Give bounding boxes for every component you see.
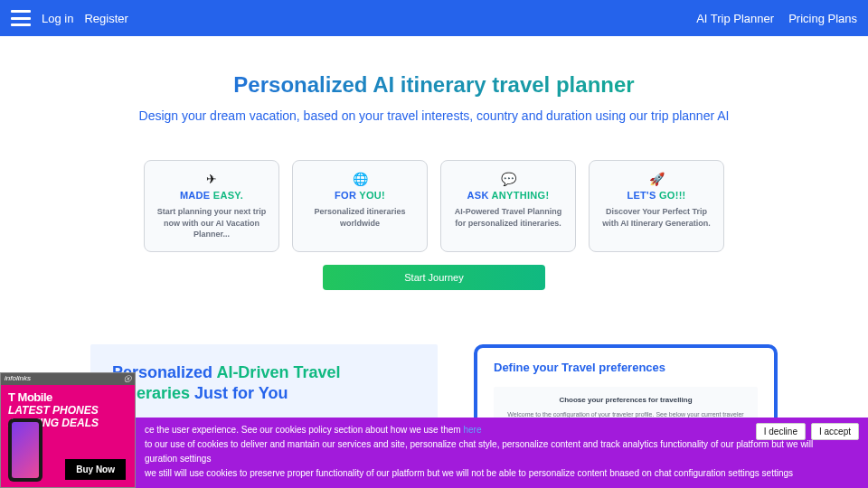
pref-heading: Choose your preferences for travelling: [503, 396, 749, 404]
ad-brand: T Mobile: [8, 390, 99, 404]
card-desc: Start planning your next trip now with o…: [154, 206, 269, 240]
cookie-here-link[interactable]: here: [463, 425, 481, 435]
lower-title: Personalized AI-Driven Travel Itinerarie…: [112, 362, 416, 405]
decline-button[interactable]: I decline: [756, 423, 806, 440]
card-for-you: 🌐 FOR YOU! Personalized itineraries worl…: [292, 160, 428, 252]
ad-banner[interactable]: infolinks ⓧ T Mobile LATEST PHONES AMAZI…: [0, 372, 136, 488]
top-nav: Log in Register AI Trip Planner Pricing …: [0, 0, 868, 36]
card-title: MADE EASY.: [154, 190, 269, 201]
phone-icon: [8, 418, 42, 482]
rocket-icon: 🚀: [599, 172, 714, 186]
hero: Personalized AI itinerary travel planner…: [0, 36, 868, 144]
card-made-easy: ✈ MADE EASY. Start planning your next tr…: [144, 160, 279, 252]
login-link[interactable]: Log in: [42, 12, 73, 25]
ad-header: infolinks ⓧ: [1, 373, 135, 385]
card-ask-anything: 💬 ASK ANYTHING! AI-Powered Travel Planni…: [440, 160, 576, 252]
close-icon[interactable]: ⓧ: [124, 374, 131, 384]
cookie-line4: we still will use cookies to preserve pr…: [145, 466, 859, 481]
card-title: LET'S GO!!!: [599, 190, 714, 201]
cookie-banner: I decline I accept ce the user experienc…: [136, 418, 868, 488]
start-journey-button[interactable]: Start Journey: [323, 265, 544, 290]
globe-icon: 🌐: [302, 172, 418, 186]
chat-icon: 💬: [450, 172, 566, 186]
register-link[interactable]: Register: [84, 12, 127, 25]
feature-cards: ✈ MADE EASY. Start planning your next tr…: [0, 144, 868, 265]
start-wrap: Start Journey: [0, 265, 868, 290]
pricing-link[interactable]: Pricing Plans: [788, 12, 857, 25]
nav-left: Log in Register: [11, 10, 128, 26]
hero-title: Personalized AI itinerary travel planner: [108, 72, 760, 98]
cookie-line2: to our use of cookies to deliver and man…: [145, 437, 859, 452]
pref-title: Define your Travel preferences: [494, 361, 758, 374]
accept-button[interactable]: I accept: [811, 423, 859, 440]
cookie-buttons: I decline I accept: [756, 423, 859, 440]
hamburger-icon[interactable]: [11, 10, 31, 26]
hero-subtitle: Design your dream vacation, based on you…: [108, 107, 760, 126]
ad-tag: infolinks: [5, 374, 31, 384]
buy-now-button[interactable]: Buy Now: [65, 459, 126, 480]
nav-right: AI Trip Planner Pricing Plans: [696, 12, 857, 25]
card-title: ASK ANYTHING!: [450, 190, 566, 201]
card-desc: AI-Powered Travel Planning for personali…: [450, 206, 566, 229]
card-desc: Personalized itineraries worldwide: [302, 206, 418, 229]
card-title: FOR YOU!: [302, 190, 418, 201]
plane-icon: ✈: [154, 172, 269, 186]
ad-line1: LATEST PHONES: [8, 404, 99, 417]
cookie-line1: ce the user experience. See our cookies …: [145, 423, 859, 437]
card-desc: Discover Your Perfect Trip with AI Itine…: [599, 206, 714, 229]
card-lets-go: 🚀 LET'S GO!!! Discover Your Perfect Trip…: [589, 160, 724, 252]
planner-link[interactable]: AI Trip Planner: [696, 12, 774, 25]
cookie-line3: guration settings: [145, 452, 859, 466]
